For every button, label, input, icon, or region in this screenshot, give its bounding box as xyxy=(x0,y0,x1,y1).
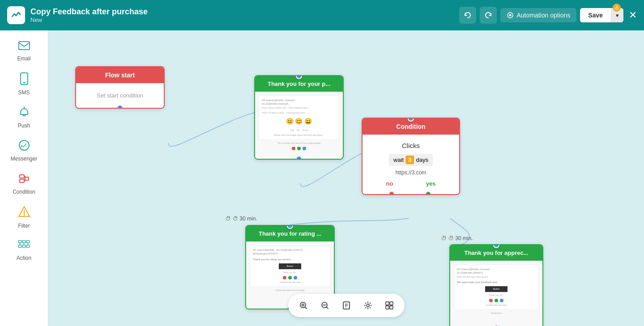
svg-rect-8 xyxy=(20,179,24,182)
timer1-text: ⏱ 30 min. xyxy=(233,216,257,222)
automation-options-button[interactable]: Automation options xyxy=(500,8,576,22)
app-name: Copy Feedback after purchase xyxy=(30,7,148,17)
svg-rect-20 xyxy=(22,245,26,247)
app-logo xyxy=(7,6,25,24)
branch-yes-label: yes xyxy=(426,180,436,187)
condition-node[interactable]: Condition Clicks wait 3 days https://3.c… xyxy=(362,118,460,195)
email1-node[interactable]: Thank you for your p... DF:(name)@Hello,… xyxy=(254,75,344,160)
sidebar-item-condition[interactable]: Condition xyxy=(4,168,44,199)
main-layout: Email SMS Push Messenger Condition xyxy=(0,30,644,326)
email3-node[interactable]: Thank you for apprec... DF:(name)@Hello,… xyxy=(449,244,543,326)
header-actions: Automation options Save ▾ ⚠ ✕ xyxy=(459,7,637,24)
sidebar-item-filter[interactable]: Filter xyxy=(4,201,44,233)
sidebar-item-messenger-label: Messenger xyxy=(11,156,37,162)
sidebar-item-condition-label: Condition xyxy=(13,189,35,195)
timer2-clock-icon: ⏱ xyxy=(441,235,447,241)
svg-rect-38 xyxy=(390,302,393,305)
filter-icon xyxy=(18,206,30,221)
svg-rect-16 xyxy=(18,241,21,243)
flow-start-output-dot[interactable] xyxy=(117,105,123,109)
sidebar-item-email-label: Email xyxy=(17,55,30,62)
header-title: Copy Feedback after purchase New xyxy=(30,7,148,23)
push-icon xyxy=(18,106,30,121)
svg-line-28 xyxy=(305,307,307,309)
svg-rect-39 xyxy=(386,306,389,309)
guide-button[interactable] xyxy=(338,297,354,313)
condition-yes-dot[interactable] xyxy=(425,191,431,195)
flow-start-header: Flow start xyxy=(76,67,164,83)
sidebar-item-sms[interactable]: SMS xyxy=(4,68,44,100)
svg-point-36 xyxy=(367,304,369,307)
wait-label: wait xyxy=(393,157,404,163)
email1-preview: DF:(name)@Hello, (name)101,02@Hello.{nam… xyxy=(255,92,343,159)
app-status: New xyxy=(30,17,148,23)
email1-output-dot[interactable] xyxy=(296,156,302,160)
email-icon xyxy=(18,40,30,54)
flow-start-description: Set start condition xyxy=(97,92,143,99)
zoom-in-button[interactable] xyxy=(295,297,311,313)
sidebar-item-email[interactable]: Email xyxy=(4,36,44,66)
branch-no-label: no xyxy=(386,180,393,187)
flow-start-body: Set start condition xyxy=(76,83,164,108)
sidebar-item-action[interactable]: Action xyxy=(4,235,44,266)
sidebar-item-push[interactable]: Push xyxy=(4,102,44,133)
sidebar-item-push-label: Push xyxy=(18,123,30,129)
automation-options-label: Automation options xyxy=(516,12,570,19)
svg-rect-2 xyxy=(19,42,30,50)
svg-rect-37 xyxy=(386,302,389,305)
svg-line-31 xyxy=(326,307,328,309)
sidebar-item-messenger[interactable]: Messenger xyxy=(4,135,44,166)
sidebar-item-filter-label: Filter xyxy=(18,223,30,229)
sidebar-item-action-label: Action xyxy=(17,255,31,261)
condition-icon xyxy=(18,173,30,187)
svg-point-1 xyxy=(509,14,512,17)
save-button[interactable]: Save xyxy=(580,8,611,22)
undo-button[interactable] xyxy=(459,7,476,24)
header: Copy Feedback after purchase New Automat… xyxy=(0,0,644,30)
condition-clicks-label: Clicks xyxy=(370,142,452,149)
sidebar-item-sms-label: SMS xyxy=(18,89,30,96)
messenger-icon xyxy=(18,140,30,154)
timer1-label: ⏱ ⏱ 30 min. xyxy=(226,216,257,222)
wait-days-label: days xyxy=(416,157,428,163)
condition-no-dot[interactable] xyxy=(388,191,395,195)
svg-rect-9 xyxy=(25,177,29,180)
svg-rect-18 xyxy=(26,241,30,243)
condition-branches: no yes xyxy=(370,180,452,187)
layout-button[interactable] xyxy=(381,297,397,313)
svg-point-15 xyxy=(23,215,25,216)
warning-badge: ⚠ xyxy=(613,4,621,12)
timer2-label: ⏱ ⏱ 30 min. xyxy=(441,235,473,241)
svg-point-6 xyxy=(19,140,29,150)
email3-preview: DF:(name)@Hello, (name)101.02@Hello.{FIR… xyxy=(450,261,542,326)
canvas[interactable]: Flow start Set start condition Thank you… xyxy=(48,30,644,326)
svg-rect-19 xyxy=(18,245,21,247)
svg-rect-7 xyxy=(20,175,24,178)
timer1-clock-icon: ⏱ xyxy=(226,216,231,222)
action-icon xyxy=(18,240,30,253)
close-button[interactable]: ✕ xyxy=(629,9,637,21)
redo-button[interactable] xyxy=(480,7,497,24)
settings-button[interactable] xyxy=(360,297,376,313)
timer2-text: ⏱ 30 min. xyxy=(448,235,473,241)
bottom-toolbar xyxy=(288,294,405,317)
wait-days-num: 3 xyxy=(405,156,414,164)
condition-body: Clicks wait 3 days https://3.com no yes xyxy=(363,135,459,194)
svg-rect-17 xyxy=(22,241,26,243)
condition-wait-row: wait 3 days xyxy=(389,154,433,166)
sms-icon xyxy=(19,72,30,88)
zoom-out-button[interactable] xyxy=(317,297,333,313)
condition-url: https://3.com xyxy=(370,169,452,176)
svg-rect-40 xyxy=(390,306,393,309)
sidebar: Email SMS Push Messenger Condition xyxy=(0,30,48,326)
svg-rect-21 xyxy=(26,245,30,247)
flow-start-node[interactable]: Flow start Set start condition xyxy=(75,66,165,109)
